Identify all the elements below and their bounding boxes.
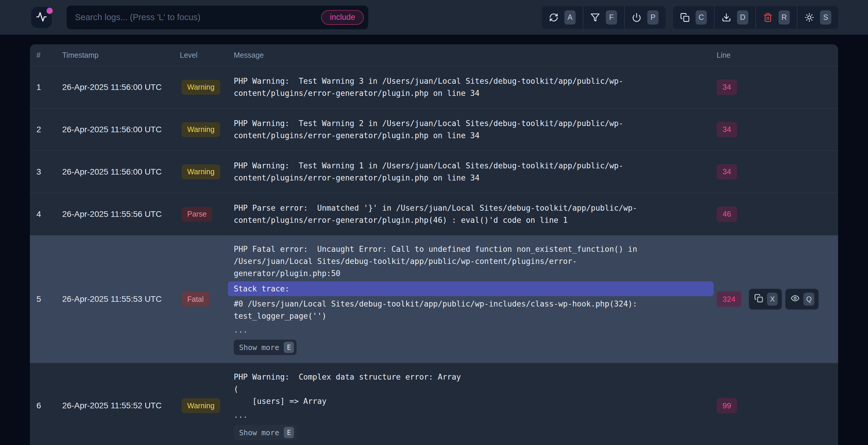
row-timestamp: 26-Apr-2025 11:56:00 UTC: [58, 125, 180, 134]
row-number: 1: [30, 82, 58, 92]
download-icon: [722, 13, 731, 22]
line-badge: 324: [717, 292, 741, 307]
log-row[interactable]: 5 26-Apr-2025 11:55:53 UTC Fatal PHP Fat…: [30, 235, 838, 363]
column-header-timestamp: Timestamp: [58, 51, 180, 60]
trash-icon: [763, 13, 773, 22]
log-row[interactable]: 3 26-Apr-2025 11:56:00 UTC Warning PHP W…: [30, 150, 838, 193]
message-line: PHP Fatal error: Uncaught Error: Call to…: [234, 243, 714, 255]
message-line: content/plugins/error-generator/plugin.p…: [234, 130, 714, 142]
line-badge: 34: [717, 122, 737, 137]
log-row[interactable]: 2 26-Apr-2025 11:56:00 UTC Warning PHP W…: [30, 108, 838, 150]
line-badge: 46: [717, 207, 737, 222]
level-badge: Fatal: [182, 292, 210, 307]
row-message: PHP Warning: Test Warning 2 in /Users/ju…: [234, 110, 714, 149]
show-more-button[interactable]: Show moreE: [234, 425, 297, 440]
power-button[interactable]: P: [624, 6, 666, 29]
key-hint: D: [737, 10, 748, 25]
key-hint: P: [647, 10, 658, 25]
eye-icon: [791, 294, 800, 305]
filter-icon: [590, 13, 600, 22]
key-hint: S: [820, 10, 831, 25]
message-line: PHP Warning: Complex data structure erro…: [234, 371, 714, 383]
toolbar-group-2: CDRS: [673, 6, 838, 29]
copy-icon: [754, 294, 763, 305]
key-hint: E: [284, 342, 294, 353]
power-icon: [632, 13, 641, 22]
message-line: #0 /Users/juan/Local Sites/debug-toolkit…: [234, 298, 714, 310]
sun-icon: [805, 13, 814, 22]
row-number: 5: [30, 295, 58, 304]
log-row[interactable]: 4 26-Apr-2025 11:55:56 UTC Parse PHP Par…: [30, 193, 838, 235]
message-line: content/plugins/error-generator/plugin.p…: [234, 87, 714, 99]
key-hint: C: [695, 10, 707, 25]
theme-button[interactable]: S: [797, 6, 838, 29]
message-line: PHP Warning: Test Warning 3 in /Users/ju…: [234, 75, 714, 87]
key-hint: A: [564, 10, 576, 25]
notification-dot: [46, 8, 53, 14]
key-hint: R: [778, 10, 790, 25]
message-line: (: [234, 383, 714, 395]
copy-row-button[interactable]: X: [749, 289, 782, 309]
message-line: PHP Parse error: Unmatched '}' in /Users…: [234, 202, 714, 214]
log-row[interactable]: 1 26-Apr-2025 11:56:00 UTC Warning PHP W…: [30, 66, 838, 108]
message-line: generator/plugin.php:50: [234, 268, 714, 280]
column-header-line: Line: [714, 51, 838, 60]
row-timestamp: 26-Apr-2025 11:55:56 UTC: [58, 209, 180, 219]
log-row[interactable]: 6 26-Apr-2025 11:55:52 UTC Warning PHP W…: [30, 363, 838, 445]
message-line: [users] => Array: [234, 395, 714, 407]
refresh-icon: [549, 13, 558, 22]
line-badge: 99: [717, 398, 737, 413]
log-table: # Timestamp Level Message Line 1 26-Apr-…: [30, 44, 838, 445]
toolbar: AFP CDRS: [542, 6, 838, 29]
row-message: PHP Fatal error: Uncaught Error: Call to…: [234, 236, 714, 363]
show-more-button[interactable]: Show moreE: [234, 340, 297, 355]
row-number: 4: [30, 209, 58, 219]
level-badge: Warning: [182, 165, 220, 179]
show-more-label: Show more: [239, 427, 279, 439]
filter-button[interactable]: F: [583, 6, 624, 29]
level-badge: Warning: [182, 122, 220, 137]
row-number: 2: [30, 125, 58, 134]
table-header: # Timestamp Level Message Line: [30, 44, 838, 66]
level-badge: Warning: [182, 398, 220, 413]
row-message: PHP Parse error: Unmatched '}' in /Users…: [234, 194, 714, 234]
top-bar: include AFP CDRS: [0, 0, 868, 35]
message-line: content/plugins/error-generator/plugin.p…: [234, 214, 714, 226]
truncation-ellipsis: ...: [234, 324, 714, 336]
key-hint: X: [767, 293, 778, 306]
row-number: 6: [30, 401, 58, 410]
truncation-ellipsis: ...: [234, 409, 714, 421]
toolbar-group-1: AFP: [542, 6, 666, 29]
row-timestamp: 26-Apr-2025 11:56:00 UTC: [58, 167, 180, 177]
clear-button[interactable]: R: [755, 6, 797, 29]
row-timestamp: 26-Apr-2025 11:56:00 UTC: [58, 82, 180, 92]
refresh-button[interactable]: A: [542, 6, 583, 29]
search-input[interactable]: [75, 12, 321, 22]
row-timestamp: 26-Apr-2025 11:55:53 UTC: [58, 295, 180, 304]
activity-icon: [36, 11, 47, 24]
message-line: content/plugins/error-generator/plugin.p…: [234, 172, 714, 184]
line-badge: 34: [717, 79, 737, 95]
column-header-message: Message: [234, 51, 714, 60]
copy-button[interactable]: C: [673, 6, 714, 29]
table-body: 1 26-Apr-2025 11:56:00 UTC Warning PHP W…: [30, 66, 838, 445]
key-hint: E: [284, 427, 294, 438]
row-timestamp: 26-Apr-2025 11:55:52 UTC: [58, 401, 180, 410]
message-line: /Users/juan/Local Sites/debug-toolkit/ap…: [234, 255, 714, 268]
line-badge: 34: [717, 164, 737, 180]
row-number: 3: [30, 167, 58, 177]
level-badge: Parse: [182, 207, 212, 221]
row-actions: XQ: [749, 289, 818, 309]
download-button[interactable]: D: [714, 6, 755, 29]
view-row-button[interactable]: Q: [785, 289, 818, 309]
search-mode-badge[interactable]: include: [321, 10, 364, 25]
app-logo: [31, 7, 52, 28]
message-highlighted-line: Stack trace:: [228, 281, 714, 296]
row-message: PHP Warning: Complex data structure erro…: [234, 363, 714, 445]
level-badge: Warning: [182, 80, 220, 95]
copy-icon: [680, 13, 690, 22]
search-container: include: [67, 6, 368, 29]
column-header-num: #: [30, 51, 58, 60]
column-header-level: Level: [180, 51, 234, 60]
key-hint: F: [606, 10, 617, 25]
